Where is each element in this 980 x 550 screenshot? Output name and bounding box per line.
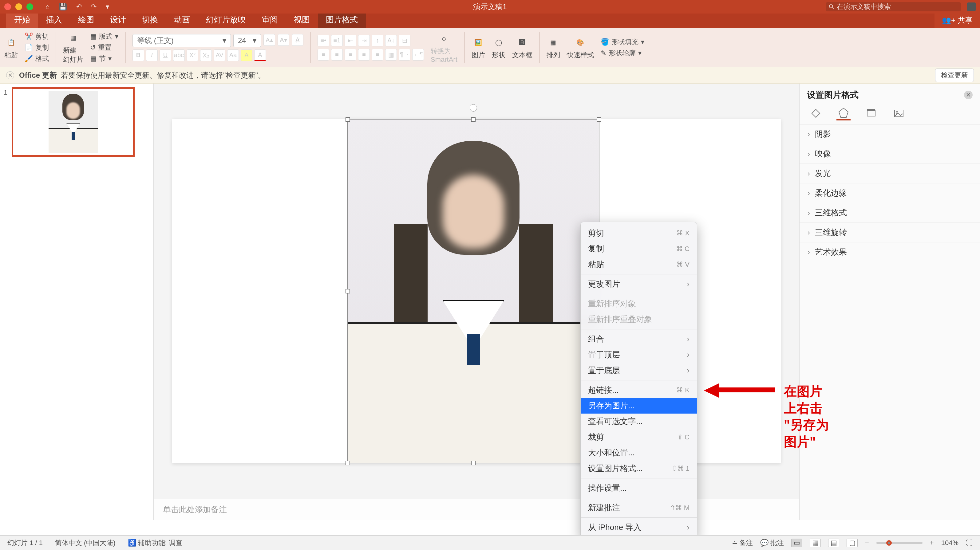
status-language[interactable]: 简体中文 (中国大陆) <box>55 538 116 548</box>
layout-button[interactable]: ▦ 版式 ▾ <box>90 32 118 41</box>
minimize-window[interactable] <box>15 3 22 10</box>
user-avatar[interactable] <box>967 2 976 11</box>
panel-item-soft-edges[interactable]: 柔化边缘 <box>800 183 980 203</box>
align-text-button[interactable]: ⊟ <box>399 35 410 46</box>
status-accessibility[interactable]: ♿ 辅助功能: 调查 <box>128 538 182 548</box>
ctx-import-iphone[interactable]: 从 iPhone 导入 <box>581 520 697 535</box>
search-input[interactable]: 在演示文稿中搜索 <box>826 2 961 11</box>
format-painter-button[interactable]: 🖌️ 格式 <box>25 54 49 63</box>
ctx-new-comment[interactable]: 新建批注⇧⌘ M <box>581 500 697 516</box>
tab-view[interactable]: 视图 <box>286 11 318 28</box>
superscript-button[interactable]: X² <box>186 49 198 61</box>
bullets-button[interactable]: ≡• <box>318 35 329 46</box>
panel-tab-picture[interactable] <box>892 107 906 121</box>
font-name-combo[interactable]: 等线 (正文)▾ <box>132 34 231 47</box>
panel-item-reflection[interactable]: 映像 <box>800 144 980 164</box>
font-size-combo[interactable]: 24▾ <box>233 34 261 47</box>
quickstyle-button[interactable]: 🎨快速样式 <box>567 36 594 60</box>
ctx-change-picture[interactable]: 更改图片 <box>581 276 697 292</box>
resize-handle-mt[interactable] <box>471 118 476 122</box>
outdent-button[interactable]: ⇤ <box>345 35 356 46</box>
save-icon[interactable]: 💾 <box>59 3 67 11</box>
reset-button[interactable]: ↺ 重置 <box>90 43 118 52</box>
new-slide-button[interactable]: ▦ 新建 幻灯片 <box>63 31 83 64</box>
qat-more[interactable]: ▾ <box>106 3 109 11</box>
view-reading-button[interactable]: ▤ <box>828 539 839 547</box>
fit-to-window-button[interactable]: ⛶ <box>966 539 973 547</box>
resize-handle-mb[interactable] <box>471 461 476 465</box>
tab-design[interactable]: 设计 <box>102 11 134 28</box>
align-center-button[interactable]: ≡ <box>331 49 343 60</box>
clear-format-icon[interactable]: A̷ <box>292 34 304 46</box>
font-color-button[interactable]: A <box>254 49 266 61</box>
decrease-font-icon[interactable]: A▾ <box>278 34 289 46</box>
char-spacing-button[interactable]: AV <box>214 49 225 61</box>
ctx-group[interactable]: 组合 <box>581 331 697 347</box>
text-direction-button[interactable]: A↓ <box>385 35 397 46</box>
panel-item-shadow[interactable]: 阴影 <box>800 124 980 144</box>
section-button[interactable]: ▤ 节 ▾ <box>90 54 118 63</box>
panel-item-artistic[interactable]: 艺术效果 <box>800 242 980 262</box>
paste-group[interactable]: 📋 粘贴 <box>4 36 18 60</box>
subscript-button[interactable]: X₂ <box>200 49 212 61</box>
tab-review[interactable]: 审阅 <box>254 11 286 28</box>
justify-button[interactable]: ≡ <box>358 49 370 60</box>
view-sorter-button[interactable]: ▦ <box>810 539 821 547</box>
shape-outline-button[interactable]: ✎ 形状轮廓 ▾ <box>601 49 644 58</box>
resize-handle-ml[interactable] <box>345 289 350 293</box>
highlight-button[interactable]: A <box>241 49 252 61</box>
tab-insert[interactable]: 插入 <box>38 11 70 28</box>
ctx-hyperlink[interactable]: 超链接...⌘ K <box>581 382 697 398</box>
dismiss-update-button[interactable]: ✕ <box>6 71 14 79</box>
zoom-slider[interactable] <box>877 542 923 544</box>
ctx-crop[interactable]: 裁剪⇧ C <box>581 429 697 445</box>
tab-picture-format[interactable]: 图片格式 <box>318 11 366 28</box>
panel-tab-size[interactable] <box>864 107 878 121</box>
close-window[interactable] <box>4 3 11 10</box>
resize-handle-bl[interactable] <box>345 461 350 465</box>
resize-handle-tl[interactable] <box>345 118 350 122</box>
ctx-format-picture[interactable]: 设置图片格式...⇧⌘ 1 <box>581 461 697 476</box>
tab-animations[interactable]: 动画 <box>166 11 198 28</box>
line-spacing-button[interactable]: ↕ <box>372 35 383 46</box>
shape-button[interactable]: ◯形状 <box>492 36 505 60</box>
redo-icon[interactable]: ↷ <box>91 3 97 11</box>
resize-handle-tr[interactable] <box>597 118 601 122</box>
italic-button[interactable]: I <box>146 49 158 61</box>
home-icon[interactable]: ⌂ <box>46 3 49 11</box>
ctx-send-back[interactable]: 置于底层 <box>581 362 697 378</box>
tab-draw[interactable]: 绘图 <box>70 11 102 28</box>
underline-button[interactable]: U <box>159 49 171 61</box>
view-slideshow-button[interactable]: ▢ <box>846 539 858 547</box>
ctx-action-settings[interactable]: 操作设置... <box>581 480 697 496</box>
check-update-button[interactable]: 检查更新 <box>935 68 974 82</box>
slide-thumbnail-1[interactable] <box>12 87 135 157</box>
tab-home[interactable]: 开始 <box>6 11 38 28</box>
ctx-paste[interactable]: 粘贴⌘ V <box>581 257 697 272</box>
align-left-button[interactable]: ≡ <box>318 49 329 60</box>
tab-transitions[interactable]: 切换 <box>134 11 166 28</box>
ltr-button[interactable]: ¶→ <box>399 49 410 60</box>
picture-button[interactable]: 🖼️图片 <box>472 36 485 60</box>
increase-font-icon[interactable]: A▴ <box>263 34 275 46</box>
status-comments-button[interactable]: 💬 批注 <box>760 538 784 548</box>
undo-icon[interactable]: ↶ <box>76 3 82 11</box>
panel-tab-effects[interactable] <box>837 107 851 121</box>
cut-button[interactable]: ✂️ 剪切 <box>25 32 49 41</box>
ctx-size-position[interactable]: 大小和位置... <box>581 445 697 461</box>
rotate-handle[interactable] <box>470 104 477 111</box>
copy-button[interactable]: 📄 复制 <box>25 43 49 52</box>
panel-tab-fill[interactable] <box>809 107 823 121</box>
columns-button[interactable]: ▥ <box>385 49 397 60</box>
ctx-bring-front[interactable]: 置于顶层 <box>581 347 697 362</box>
panel-close-button[interactable]: ✕ <box>964 91 973 99</box>
panel-item-3d-rotation[interactable]: 三维旋转 <box>800 223 980 242</box>
panel-item-3d-format[interactable]: 三维格式 <box>800 203 980 223</box>
strike-button[interactable]: abc <box>173 49 185 61</box>
indent-button[interactable]: ⇥ <box>358 35 370 46</box>
view-normal-button[interactable]: ▭ <box>791 539 802 547</box>
rtl-button[interactable]: ←¶ <box>412 49 424 60</box>
maximize-window[interactable] <box>26 3 33 10</box>
ctx-copy[interactable]: 复制⌘ C <box>581 241 697 257</box>
textbox-button[interactable]: 🅰文本框 <box>512 36 533 60</box>
